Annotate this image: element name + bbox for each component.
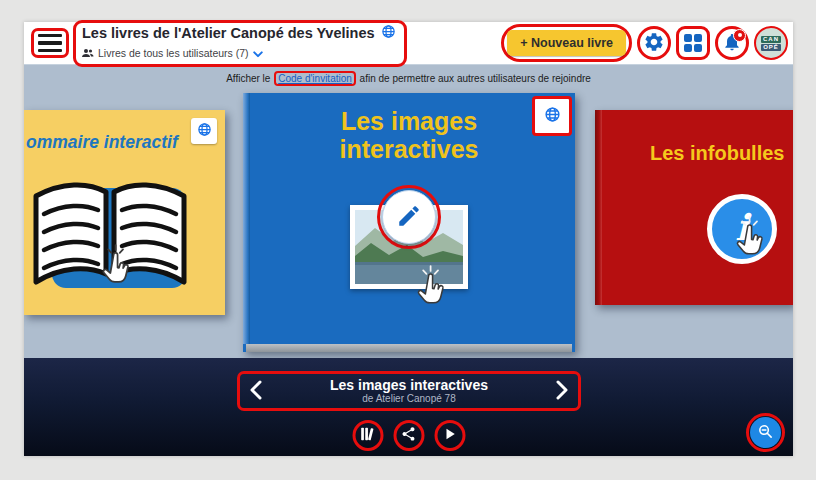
annotation-settings <box>637 26 671 60</box>
new-book-button[interactable]: + Nouveau livre <box>507 30 626 56</box>
page-title: Les livres de l'Atelier Canopé des Yveli… <box>82 25 375 42</box>
notifications-button[interactable] <box>722 32 742 55</box>
book-cover-sommaire-interactif[interactable]: ommaire interactif <box>24 110 225 315</box>
hamburger-menu-button[interactable] <box>38 34 62 52</box>
book-cover-images-interactives[interactable]: Les images interactives <box>243 93 575 352</box>
annotation-share-button <box>393 420 424 451</box>
notification-badge <box>733 29 746 42</box>
grid-icon <box>684 34 703 53</box>
chevron-left-icon <box>249 380 263 403</box>
annotation-hamburger <box>31 28 69 58</box>
click-cursor-icon <box>96 244 140 292</box>
annotation-carousel: Les images interactives de Atelier Canop… <box>237 371 581 411</box>
annotation-avatar: CAN OPÉ <box>754 26 788 60</box>
annotation-edit-button <box>377 185 441 249</box>
book-title: Les images interactives <box>243 107 575 164</box>
book-actions <box>352 420 465 451</box>
avatar-text-bottom: OPÉ <box>761 44 781 51</box>
book-cover-infobulles[interactable]: Les infobulles i <box>595 110 793 305</box>
carousel-next-button[interactable] <box>555 380 569 403</box>
pencil-icon <box>396 203 422 232</box>
carousel-book-author: de Atelier Canopé 78 <box>263 393 555 405</box>
header: Les livres de l'Atelier Canopé des Yveli… <box>24 22 793 65</box>
annotation-apps <box>676 26 710 60</box>
click-cursor-icon <box>730 216 774 264</box>
invitation-hint-prefix: Afficher le <box>226 73 270 84</box>
search-button[interactable] <box>750 417 781 448</box>
search-icon <box>757 423 774 443</box>
share-button[interactable] <box>397 424 421 448</box>
hamburger-bar <box>38 34 62 37</box>
bottom-bar: Les images interactives de Atelier Canop… <box>24 358 793 456</box>
app-window: Les livres de l'Atelier Canopé des Yveli… <box>24 22 793 456</box>
avatar-text-top: CAN <box>761 36 781 43</box>
chevron-right-icon <box>555 380 569 403</box>
carousel-current-book: Les images interactives de Atelier Canop… <box>263 377 555 405</box>
books-icon <box>359 425 377 446</box>
invitation-hint: Afficher le Code d'invitation afin de pe… <box>24 65 793 86</box>
book-title-line1: Les images <box>341 107 477 135</box>
play-button[interactable] <box>438 424 462 448</box>
globe-icon <box>197 122 212 141</box>
annotation-new-book: + Nouveau livre <box>501 24 632 62</box>
annotation-notifications <box>715 26 749 60</box>
carousel-prev-button[interactable] <box>249 380 263 403</box>
apps-grid-button[interactable] <box>684 34 703 53</box>
share-icon <box>401 426 417 445</box>
globe-icon[interactable] <box>381 24 396 43</box>
book-title: ommaire interactif <box>26 132 178 153</box>
invitation-hint-suffix: afin de permettre aux autres utilisateur… <box>360 73 591 84</box>
screenshot-frame: Les livres de l'Atelier Canopé des Yveli… <box>0 0 816 480</box>
users-icon <box>82 44 94 62</box>
annotation-search-button <box>746 413 785 452</box>
click-cursor-icon <box>411 265 455 313</box>
edit-book-button[interactable] <box>382 190 436 244</box>
library-button[interactable] <box>356 424 380 448</box>
carousel-book-title: Les images interactives <box>263 377 555 393</box>
hamburger-bar <box>38 49 62 52</box>
library-filter-dropdown[interactable]: Livres de tous les utilisateurs (7) <box>82 44 396 62</box>
user-avatar-button[interactable]: CAN OPÉ <box>756 28 786 58</box>
avatar: CAN OPÉ <box>756 28 786 58</box>
annotation-library-button <box>352 420 383 451</box>
chevron-down-icon <box>253 44 263 62</box>
hamburger-bar <box>38 41 62 44</box>
library-filter-label: Livres de tous les utilisateurs (7) <box>98 47 249 59</box>
book-title: Les infobulles <box>650 142 784 165</box>
play-icon <box>441 425 459 446</box>
gear-icon <box>643 31 665 56</box>
annotation-play-button <box>434 420 465 451</box>
annotation-invitation-code: Code d'invitation <box>274 71 356 86</box>
header-actions: + Nouveau livre <box>501 24 788 62</box>
settings-button[interactable] <box>643 31 665 56</box>
annotation-library-title: Les livres de l'Atelier Canopé des Yveli… <box>73 20 407 67</box>
published-badge <box>191 118 217 144</box>
book-title-line2: interactives <box>340 135 479 163</box>
invitation-code-link[interactable]: Code d'invitation <box>278 73 352 84</box>
library-main: Afficher le Code d'invitation afin de pe… <box>24 65 793 358</box>
